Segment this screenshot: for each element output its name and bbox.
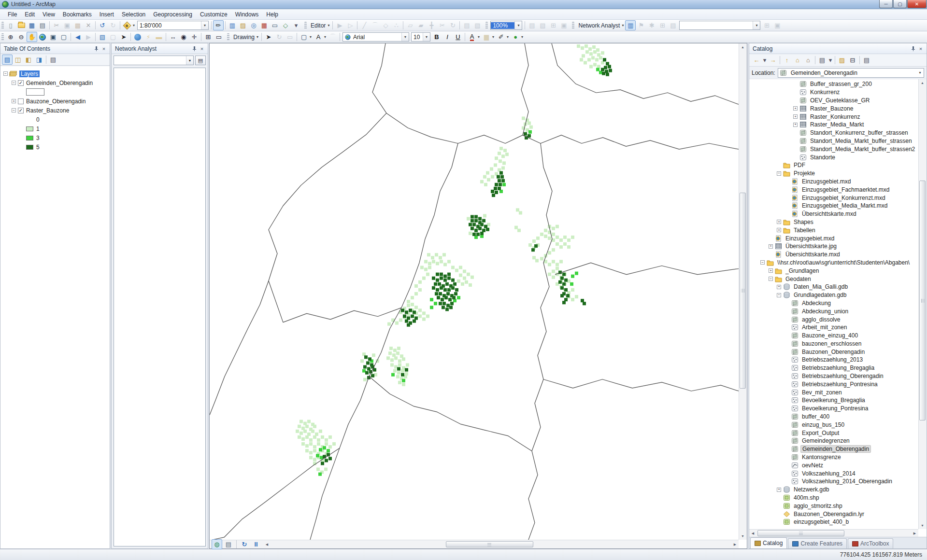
catalog-item[interactable]: bauzonen_erschlossen bbox=[749, 340, 918, 348]
data-view-button[interactable]: ◍ bbox=[212, 539, 222, 549]
catalog-item[interactable]: −Geodaten bbox=[749, 275, 918, 283]
catalog-item[interactable]: PDF bbox=[749, 161, 918, 169]
menu-customize[interactable]: Customize bbox=[196, 10, 231, 19]
forward-icon[interactable]: → bbox=[768, 55, 778, 65]
catalog-item[interactable]: Bauzone_einzug_400 bbox=[749, 332, 918, 340]
font-color-icon[interactable]: A bbox=[467, 32, 477, 42]
catalog-item[interactable]: Einzugsgebiet_Fachmaerktet.mxd bbox=[749, 185, 918, 194]
directions-window-icon[interactable]: ⊞ bbox=[657, 20, 668, 30]
chevron-down-icon[interactable]: ▾ bbox=[514, 21, 522, 29]
catalog-item[interactable]: 400m.shp bbox=[749, 494, 918, 502]
new-map-icon[interactable]: ▯ bbox=[5, 20, 16, 30]
scroll-left-icon[interactable]: ◀ bbox=[263, 541, 271, 548]
catalog-hscroll-thumb[interactable] bbox=[757, 530, 844, 536]
fixed-zoom-in-icon[interactable]: ▣ bbox=[48, 32, 58, 42]
catalog-item[interactable]: Übersichttskarte.mxd bbox=[749, 251, 918, 259]
network-dataset-icon[interactable]: ⊞ bbox=[761, 20, 772, 30]
map-vscroll-thumb[interactable] bbox=[740, 193, 746, 389]
scroll-down-icon[interactable]: ▼ bbox=[919, 522, 926, 529]
close-icon[interactable]: × bbox=[198, 45, 206, 52]
editor-toggle-icon[interactable]: ✏ bbox=[213, 20, 224, 30]
catalog-item[interactable]: Gemeinden_Oberengadin bbox=[749, 445, 918, 453]
pin-icon[interactable] bbox=[909, 45, 917, 52]
map-horizontal-scrollbar[interactable] bbox=[271, 541, 731, 548]
catalog-item[interactable]: Standorte bbox=[749, 153, 918, 161]
edit-vertices-drawing-icon[interactable]: ▭ bbox=[285, 32, 295, 42]
editor-menu[interactable]: Editor bbox=[308, 22, 327, 29]
select-features-icon[interactable]: ▧ bbox=[97, 32, 108, 42]
standard-toolbar-grip[interactable] bbox=[1, 22, 4, 29]
layout-toolbar-grip[interactable] bbox=[485, 22, 488, 29]
catalog-item[interactable]: +_Grundlagen bbox=[749, 266, 918, 275]
up-one-level-icon[interactable]: ↑ bbox=[782, 55, 792, 65]
straight-segment-icon[interactable]: ╱ bbox=[359, 20, 370, 30]
fill-color-dropdown[interactable]: ▾ bbox=[492, 35, 496, 39]
menu-bookmarks[interactable]: Bookmarks bbox=[59, 10, 96, 19]
edit-annotation-tool-icon[interactable]: ▷ bbox=[345, 20, 356, 30]
chevron-down-icon[interactable]: ▾ bbox=[401, 33, 409, 41]
close-button[interactable]: ✕ bbox=[907, 0, 927, 8]
tab-arctoolbox[interactable]: ArcToolbox bbox=[848, 538, 893, 548]
text-tool-icon[interactable]: A bbox=[313, 32, 324, 42]
marker-color-dropdown[interactable]: ▾ bbox=[521, 35, 525, 39]
scroll-up-icon[interactable]: ▲ bbox=[739, 43, 746, 51]
line-color-icon[interactable]: ✐ bbox=[496, 32, 506, 42]
catalog-item[interactable]: Bev_mit_zonen bbox=[749, 388, 918, 396]
catalog-item[interactable]: Betriebszaehlung_Oberengadin bbox=[749, 372, 918, 380]
network-analyst-window-icon[interactable]: ▥ bbox=[625, 20, 636, 30]
catalog-item[interactable]: −Projekte bbox=[749, 169, 918, 178]
collapse-icon[interactable]: − bbox=[777, 171, 781, 176]
edit-tool-icon[interactable]: ▶ bbox=[334, 20, 345, 30]
na-layer-combo[interactable]: ▾ bbox=[679, 21, 760, 30]
toc-item-Gemeinden_Oberengadin[interactable]: −✓Gemeinden_Oberengadin bbox=[0, 78, 110, 87]
marker-color-icon[interactable]: ● bbox=[510, 32, 521, 42]
refresh-view-button[interactable]: ↻ bbox=[239, 539, 250, 549]
layout-view-button[interactable]: ▤ bbox=[223, 539, 234, 549]
scroll-right-icon[interactable]: ▶ bbox=[731, 541, 739, 548]
italic-icon[interactable]: I bbox=[442, 32, 453, 42]
toc-layers-group[interactable]: −Layers bbox=[0, 69, 110, 78]
catalog-item[interactable]: Betriebszaehlung_Pontresina bbox=[749, 380, 918, 388]
full-extent-icon[interactable] bbox=[37, 32, 48, 42]
refresh-view-icon[interactable]: ▣ bbox=[558, 20, 569, 30]
collapse-icon[interactable]: − bbox=[12, 108, 16, 112]
catalog-item[interactable]: Einzugsgebiet_Media_Markt.mxd bbox=[749, 202, 918, 210]
contents-window-icon[interactable]: ▥ bbox=[227, 20, 238, 30]
bold-icon[interactable]: B bbox=[431, 32, 442, 42]
zoom-in-icon[interactable]: ⊕ bbox=[5, 32, 16, 42]
expand-icon[interactable]: + bbox=[793, 123, 798, 127]
add-data-dropdown[interactable]: ▾ bbox=[132, 23, 136, 28]
catalog-item[interactable]: Bauzonen_Oberengadin bbox=[749, 348, 918, 356]
chevron-down-icon[interactable]: ▾ bbox=[201, 21, 208, 29]
chevron-down-icon[interactable]: ▾ bbox=[916, 69, 924, 77]
menu-view[interactable]: View bbox=[39, 10, 59, 19]
toc-symbol-row[interactable] bbox=[0, 87, 110, 97]
measure-icon[interactable]: ↔ bbox=[168, 32, 178, 42]
font-combo[interactable]: Arial▾ bbox=[342, 32, 409, 42]
edit-vertices-icon[interactable]: ▱ bbox=[405, 20, 415, 30]
catalog-item[interactable]: Export_Output bbox=[749, 429, 918, 437]
select-elements-icon[interactable]: ➤ bbox=[118, 32, 129, 42]
expand-icon[interactable]: + bbox=[769, 244, 773, 249]
scroll-down-icon[interactable]: ▼ bbox=[739, 532, 746, 540]
viewer-window-icon[interactable]: ▭ bbox=[214, 32, 224, 42]
toc-item-Bauzone_Oberengadin[interactable]: +Bauzone_Oberengadin bbox=[0, 97, 110, 106]
fixed-zoom-out-icon[interactable]: ▢ bbox=[58, 32, 69, 42]
menu-geoprocessing[interactable]: Geoprocessing bbox=[149, 10, 196, 19]
expand-icon[interactable]: + bbox=[777, 228, 781, 232]
back-icon[interactable]: ← bbox=[751, 55, 762, 65]
map-canvas[interactable] bbox=[210, 43, 739, 540]
catalog-item[interactable]: Einzugsgebiet.mxd bbox=[749, 234, 918, 242]
tab-catalog[interactable]: Catalog bbox=[750, 537, 787, 548]
point-tool-icon[interactable]: ∴ bbox=[391, 20, 401, 30]
reshape-feature-icon[interactable]: ▰ bbox=[415, 20, 426, 30]
catalog-window-icon[interactable]: ▨ bbox=[238, 20, 248, 30]
editor-toolbar-grip[interactable] bbox=[304, 22, 307, 29]
add-data-icon[interactable]: + bbox=[122, 20, 132, 30]
scroll-left-icon[interactable]: ◀ bbox=[749, 530, 756, 537]
html-popup-icon[interactable]: ▬ bbox=[154, 32, 164, 42]
catalog-item[interactable]: +Tabellen bbox=[749, 226, 918, 234]
expand-icon[interactable]: + bbox=[793, 114, 798, 119]
menu-edit[interactable]: Edit bbox=[21, 10, 39, 19]
split-tool-icon[interactable]: ✂ bbox=[437, 20, 447, 30]
